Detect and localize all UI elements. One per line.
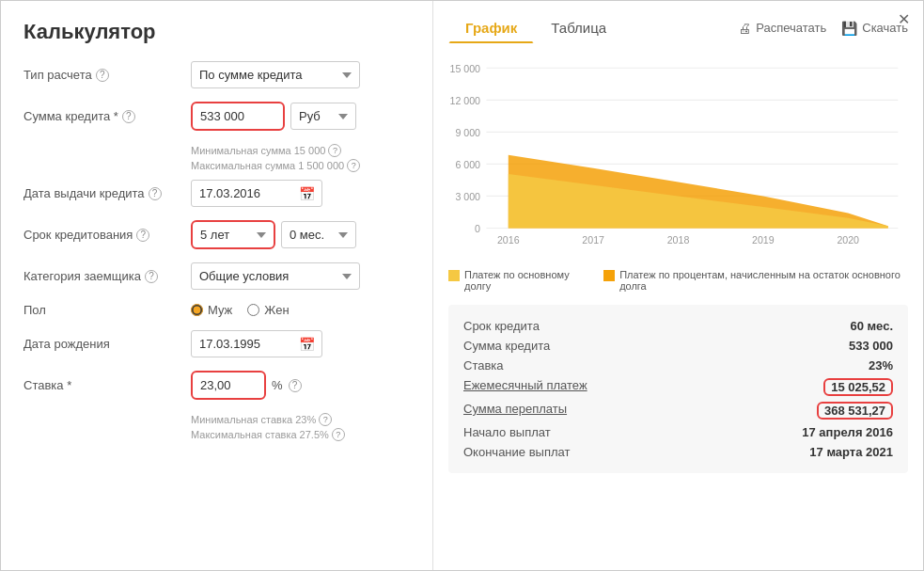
birthdate-wrapper: 📅 (191, 330, 322, 357)
calc-type-help-icon[interactable]: ? (96, 69, 109, 82)
summary-sum-value: 533 000 (849, 339, 893, 353)
print-button[interactable]: 🖨 Распечатать (738, 21, 826, 36)
tab-actions: 🖨 Распечатать 💾 Скачать (738, 21, 908, 36)
hint-max: Максимальная сумма 1 500 000 ? (191, 159, 410, 172)
right-panel: График Таблица 🖨 Распечатать 💾 Скачать 1… (433, 1, 923, 570)
rate-input[interactable] (191, 371, 266, 400)
gender-radio-group: Муж Жен (191, 303, 290, 317)
summary-period-value: 60 мес. (850, 319, 893, 333)
close-button[interactable]: ✕ (892, 8, 916, 30)
summary-overpay-label: Сумма переплаты (463, 402, 567, 420)
issue-date-help-icon[interactable]: ? (149, 187, 162, 200)
percent-sign: % (272, 378, 283, 392)
summary-start-label: Начало выплат (463, 425, 551, 439)
calc-type-label: Тип расчета ? (23, 68, 183, 82)
period-group: 5 лет 1 лет 2 лет 3 лет 4 лет 0 мес. 1 м… (191, 220, 356, 249)
birthdate-row: Дата рождения 📅 (23, 330, 410, 357)
period-label: Срок кредитования ? (23, 228, 183, 242)
summary-table: Срок кредита 60 мес. Сумма кредита 533 0… (448, 305, 908, 473)
period-help-icon[interactable]: ? (136, 229, 149, 242)
summary-rate-label: Ставка (463, 358, 504, 373)
svg-text:0: 0 (475, 223, 480, 234)
tab-table[interactable]: Таблица (534, 12, 623, 43)
panel-title: Калькулятор (23, 20, 410, 44)
gender-female-radio[interactable] (247, 304, 259, 316)
svg-text:2019: 2019 (752, 234, 775, 246)
summary-row-start: Начало выплат 17 апреля 2016 (463, 422, 893, 442)
rate-help-icon[interactable]: ? (289, 379, 302, 392)
summary-end-value: 17 марта 2021 (809, 445, 893, 459)
download-icon: 💾 (841, 21, 857, 36)
print-icon: 🖨 (738, 21, 751, 36)
summary-row-rate: Ставка 23% (463, 356, 893, 375)
borrower-label: Категория заемщика ? (23, 269, 183, 283)
print-label: Распечатать (756, 21, 826, 35)
summary-overpay-value: 368 531,27 (817, 402, 893, 420)
credit-sum-row: Сумма кредита * ? Руб (23, 102, 410, 131)
rate-row: Ставка * % ? (23, 371, 410, 400)
rate-input-group: % ? (191, 371, 302, 400)
gender-male-label[interactable]: Муж (191, 303, 232, 317)
rate-hint-min-icon[interactable]: ? (319, 413, 332, 426)
rate-hints: Минимальная ставка 23% ? Максимальная ст… (191, 413, 410, 441)
legend-principal: Платеж по основному долгу (448, 269, 588, 292)
svg-text:2017: 2017 (582, 234, 604, 246)
currency-select[interactable]: Руб (290, 103, 356, 130)
chart-container: 15 000 12 000 9 000 6 000 3 000 0 (448, 55, 908, 262)
rate-hint-max-icon[interactable]: ? (332, 428, 345, 441)
summary-monthly-value: 15 025,52 (823, 378, 893, 396)
summary-end-label: Окончание выплат (463, 445, 570, 459)
period-row: Срок кредитования ? 5 лет 1 лет 2 лет 3 … (23, 220, 410, 249)
svg-text:2018: 2018 (667, 234, 690, 246)
hint-min: Минимальная сумма 15 000 ? (191, 144, 410, 157)
summary-start-value: 17 апреля 2016 (802, 425, 893, 439)
issue-date-row: Дата выдачи кредита ? 📅 (23, 180, 410, 207)
legend-interest-box (603, 270, 615, 281)
chart-svg: 15 000 12 000 9 000 6 000 3 000 0 (448, 55, 908, 262)
issue-date-wrapper: 📅 (191, 180, 322, 207)
summary-row-monthly: Ежемесячный платеж 15 025,52 (463, 375, 893, 399)
legend-interest: Платеж по процентам, начисленным на оста… (603, 269, 908, 292)
hint-max-icon[interactable]: ? (347, 159, 360, 172)
borrower-select[interactable]: Общие условия (191, 262, 360, 290)
credit-sum-help-icon[interactable]: ? (122, 110, 135, 123)
credit-sum-input[interactable] (191, 102, 285, 131)
birthdate-label: Дата рождения (23, 337, 183, 351)
borrower-help-icon[interactable]: ? (145, 270, 158, 283)
svg-text:6 000: 6 000 (455, 159, 480, 170)
summary-row-sum: Сумма кредита 533 000 (463, 336, 893, 356)
summary-row-end: Окончание выплат 17 марта 2021 (463, 442, 893, 462)
period-years-select[interactable]: 5 лет 1 лет 2 лет 3 лет 4 лет (191, 220, 275, 249)
rate-hint-min: Минимальная ставка 23% ? (191, 413, 410, 426)
svg-text:9 000: 9 000 (455, 127, 480, 138)
summary-rate-value: 23% (869, 358, 893, 373)
birthdate-input[interactable] (191, 330, 322, 357)
credit-sum-label: Сумма кредита * ? (23, 109, 183, 123)
calc-type-row: Тип расчета ? По сумме кредита (23, 61, 410, 88)
credit-sum-hints: Минимальная сумма 15 000 ? Максимальная … (191, 144, 410, 172)
left-panel: Калькулятор Тип расчета ? По сумме креди… (1, 1, 433, 570)
principal-area (509, 174, 888, 228)
tab-graph[interactable]: График (448, 12, 534, 43)
legend-principal-box (448, 270, 460, 281)
gender-female-label[interactable]: Жен (247, 303, 289, 317)
credit-sum-group: Руб (191, 102, 356, 131)
period-months-select[interactable]: 0 мес. 1 мес. 2 мес. 3 мес. (281, 221, 356, 248)
hint-min-icon[interactable]: ? (328, 144, 341, 157)
legend-interest-label: Платеж по процентам, начисленным на оста… (619, 269, 908, 292)
gender-male-radio[interactable] (191, 304, 203, 316)
rate-hint-max: Максимальная ставка 27.5% ? (191, 428, 410, 441)
tabs-row: График Таблица 🖨 Распечатать 💾 Скачать (448, 12, 908, 43)
summary-row-overpay: Сумма переплаты 368 531,27 (463, 399, 893, 422)
issue-date-input[interactable] (191, 180, 322, 207)
gender-row: Пол Муж Жен (23, 303, 410, 317)
chart-legend: Платеж по основному долгу Платеж по проц… (448, 269, 908, 292)
summary-monthly-label: Ежемесячный платеж (463, 378, 587, 396)
rate-label: Ставка * (23, 378, 183, 392)
legend-principal-label: Платеж по основному долгу (464, 269, 588, 292)
svg-text:15 000: 15 000 (450, 63, 481, 74)
svg-text:2016: 2016 (497, 234, 520, 246)
svg-text:3 000: 3 000 (455, 191, 480, 202)
calc-type-select[interactable]: По сумме кредита (191, 61, 360, 88)
summary-period-label: Срок кредита (463, 319, 540, 333)
